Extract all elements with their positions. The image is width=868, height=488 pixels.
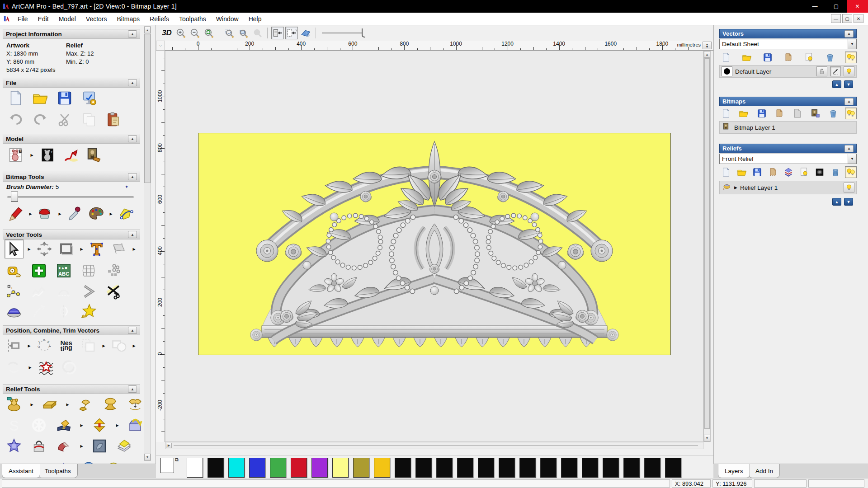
close-button[interactable]: ✕ — [847, 0, 868, 13]
bitmap-layer-row[interactable]: Bitmap Layer 1 — [719, 121, 857, 134]
collapse-icon[interactable]: ▲ — [844, 145, 854, 152]
new-model-button-icon[interactable] — [6, 89, 25, 108]
palette-swatch-23[interactable] — [665, 458, 681, 478]
offset-relief-tool-icon[interactable] — [126, 395, 145, 414]
snap-edit-icon[interactable] — [830, 66, 841, 76]
stack-relief-layers-button-icon[interactable] — [783, 166, 794, 178]
freehand-polyline-tool-icon[interactable] — [29, 282, 48, 301]
new-bitmap-layer-button-icon[interactable] — [720, 108, 732, 119]
transform-vectors-tool-icon[interactable] — [35, 239, 54, 258]
scroll-up-icon[interactable]: ▲ — [144, 27, 151, 33]
palette-swatch-0[interactable] — [187, 458, 203, 478]
palette-swatch-3[interactable] — [249, 458, 265, 478]
zoom-in-button-icon[interactable] — [175, 27, 187, 39]
scroll-up-icon[interactable]: ▲ — [704, 51, 710, 58]
relief-select[interactable]: Front Relief ▼ — [719, 154, 857, 164]
pick-colour-tool-icon[interactable] — [65, 204, 84, 223]
invert-model-button-icon[interactable]: T — [38, 145, 57, 164]
zoom-box-button-icon[interactable] — [223, 27, 236, 39]
palette-swatch-6[interactable] — [311, 458, 328, 478]
collapse-icon[interactable]: ▲ — [128, 231, 137, 238]
dome-relief-tool-icon[interactable] — [5, 457, 24, 464]
zoom-fit-button-icon[interactable] — [237, 27, 250, 39]
open-bitmap-layer-button-icon[interactable] — [738, 108, 750, 119]
move-layer-down-icon[interactable]: ▼ — [844, 80, 853, 88]
face-wizard-tool-icon[interactable] — [90, 436, 109, 455]
expand-icon[interactable]: ▶ — [734, 185, 737, 190]
collapse-icon[interactable]: ▲ — [128, 385, 137, 393]
menu-vectors[interactable]: Vectors — [81, 14, 112, 24]
texture-flow-tool-icon[interactable] — [37, 358, 56, 377]
mirror-vectors-tool-icon[interactable] — [54, 302, 73, 321]
clear-bitmap-layer-button-icon[interactable] — [792, 108, 803, 119]
toggle-all-bitmaps-button-icon[interactable] — [845, 108, 857, 119]
copy-button-icon[interactable] — [80, 110, 99, 129]
palette-swatch-5[interactable] — [291, 458, 307, 478]
link-colours-icon[interactable]: ⧉ — [175, 457, 179, 463]
layer-colour-swatch[interactable] — [722, 66, 732, 76]
lightbulb-icon[interactable] — [844, 183, 854, 192]
merge-vector-layers-button-icon[interactable] — [783, 52, 794, 63]
distort-grid-tool-icon[interactable] — [79, 261, 98, 280]
move-layer-down-icon[interactable]: ▼ — [844, 198, 853, 206]
toggle-bitmap-visibility-button-icon[interactable] — [271, 27, 284, 39]
smooth-relief-tool-icon[interactable] — [76, 395, 95, 414]
select-vectors-tool-icon[interactable] — [5, 239, 24, 258]
palette-swatch-7[interactable] — [332, 458, 349, 478]
weld-vectors-tool-icon[interactable] — [109, 336, 128, 355]
mdi-minimize-button[interactable]: — — [831, 14, 841, 23]
create-rectangle-tool-icon[interactable] — [57, 239, 76, 258]
text-on-curve-tool-icon[interactable]: textc — [35, 336, 54, 355]
shape-editor-tool-icon[interactable] — [90, 416, 109, 435]
create-polyline-tool-icon[interactable]: + — [5, 282, 24, 301]
flyout-arrow-icon[interactable]: ▶ — [28, 212, 33, 216]
menu-model[interactable]: Model — [54, 14, 81, 24]
envelope-distortion-tool-icon[interactable] — [109, 239, 128, 258]
zoom-previous-button-icon[interactable] — [203, 27, 215, 39]
toggle-all-layers-button-icon[interactable] — [845, 52, 857, 63]
maximize-button[interactable]: ▢ — [826, 0, 847, 13]
menu-window[interactable]: Window — [211, 14, 244, 24]
open-relief-layer-button-icon[interactable] — [736, 166, 748, 178]
offset-vectors-tool-icon[interactable] — [5, 302, 24, 321]
palette-swatch-13[interactable] — [457, 458, 473, 478]
palette-swatch-21[interactable] — [623, 458, 640, 478]
bend-relief-tool-icon[interactable] — [54, 436, 73, 455]
menu-toolpaths[interactable]: Toolpaths — [174, 14, 211, 24]
undo-button-icon[interactable] — [6, 110, 25, 129]
flyout-arrow-icon[interactable]: ▶ — [132, 344, 137, 348]
palette-swatch-1[interactable] — [208, 458, 224, 478]
calculate-relief-tool-icon[interactable] — [5, 395, 24, 414]
cut-button-icon[interactable] — [55, 110, 74, 129]
view-3d-button[interactable]: 3D — [159, 27, 175, 39]
block-copy-tool-icon[interactable] — [79, 336, 98, 355]
fan-relief-tool-icon[interactable] — [104, 457, 123, 464]
join-vectors-tool-icon[interactable] — [5, 358, 24, 377]
relief-layers-tool-icon[interactable] — [115, 436, 134, 455]
ruler-options-icon[interactable]: ▼▼ — [703, 42, 712, 49]
fit-curve-tool-icon[interactable] — [29, 302, 48, 321]
palette-swatch-11[interactable] — [415, 458, 432, 478]
flyout-arrow-icon[interactable]: ▶ — [79, 423, 84, 427]
mdi-restore-button[interactable]: ▢ — [842, 14, 852, 23]
delete-bitmap-layer-button-icon[interactable] — [827, 108, 839, 119]
vector-sheet-select[interactable]: Default Sheet ▼ — [719, 39, 857, 49]
nesting-tool-icon[interactable]: Nesting — [57, 336, 76, 355]
vector-layer-row[interactable]: Default Layer — [719, 65, 857, 78]
collapse-icon[interactable]: ▲ — [128, 79, 137, 86]
preview-relief-button-icon[interactable] — [299, 27, 312, 39]
sculpt-relief-tool-icon[interactable] — [101, 395, 120, 414]
bitmap-to-vector-tool-icon[interactable] — [116, 204, 135, 223]
palette-swatch-18[interactable] — [561, 458, 577, 478]
menu-help[interactable]: Help — [244, 14, 267, 24]
flyout-arrow-icon[interactable]: ▶ — [108, 212, 113, 216]
flood-fill-tool-icon[interactable] — [36, 204, 55, 223]
chevron-down-icon[interactable]: ▼ — [848, 39, 856, 49]
relief-greyscale-button-icon[interactable] — [814, 166, 826, 178]
weave-relief-tool-icon[interactable] — [29, 457, 48, 464]
menu-reliefs[interactable]: Reliefs — [145, 14, 174, 24]
measure-tool-icon[interactable] — [5, 261, 24, 280]
save-model-button-icon[interactable] — [55, 89, 74, 108]
paste-button-icon[interactable] — [104, 110, 123, 129]
pyramid-relief-tool-icon[interactable] — [54, 457, 73, 464]
